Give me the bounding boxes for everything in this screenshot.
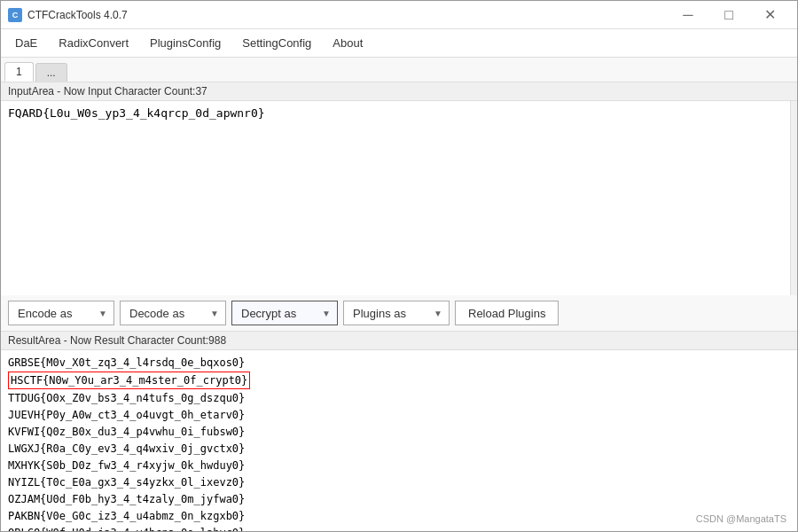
plugins-dropdown-wrapper: Plugins as ▼ bbox=[343, 301, 450, 325]
result-item-10: QBLCO{W0f_H0d_ja3_4_v4bcna_0o_lahyc0} bbox=[8, 526, 245, 531]
encode-dropdown[interactable]: Encode as bbox=[8, 301, 114, 325]
result-item-9: PAKBN{V0e_G0c_iz3_4_u4abmz_0n_kzgxb0} bbox=[8, 509, 245, 523]
reload-plugins-button[interactable]: Reload Plugins bbox=[455, 301, 559, 325]
close-button[interactable]: ✕ bbox=[749, 1, 790, 29]
result-row-4: KVFWI{Q0z_B0x_du3_4_p4vwhu_0i_fubsw0} bbox=[8, 424, 790, 440]
result-row-1: HSCTF{N0w_Y0u_ar3_4_m4ster_0f_crypt0} bbox=[8, 372, 790, 389]
plugins-dropdown[interactable]: Plugins as bbox=[343, 301, 450, 325]
input-textarea[interactable] bbox=[1, 101, 790, 295]
result-item-3: JUEVH{P0y_A0w_ct3_4_o4uvgt_0h_etarv0} bbox=[8, 408, 245, 422]
input-area-content bbox=[1, 101, 797, 295]
maximize-button[interactable]: □ bbox=[708, 1, 749, 29]
title-controls: ─ □ ✕ bbox=[668, 1, 790, 29]
minimize-button[interactable]: ─ bbox=[668, 1, 708, 29]
result-item-6: MXHYK{S0b_D0z_fw3_4_r4xyjw_0k_hwduy0} bbox=[8, 458, 245, 473]
toolbar: Encode as ▼ Decode as ▼ Decrypt as ▼ Plu… bbox=[1, 295, 797, 332]
title-bar: C CTFCrackTools 4.0.7 ─ □ ✕ bbox=[1, 1, 797, 29]
menu-radixconvert[interactable]: RadixConvert bbox=[48, 29, 139, 57]
menu-dae[interactable]: DaE bbox=[4, 29, 48, 57]
decode-dropdown-wrapper: Decode as ▼ bbox=[120, 301, 226, 325]
menu-bar: DaE RadixConvert PluginsConfig SettingCo… bbox=[1, 29, 797, 58]
result-row-10: QBLCO{W0f_H0d_ja3_4_v4bcna_0o_lahyc0} bbox=[8, 525, 790, 531]
main-window: C CTFCrackTools 4.0.7 ─ □ ✕ DaE RadixCon… bbox=[0, 0, 798, 532]
result-row-2: TTDUG{O0x_Z0v_bs3_4_n4tufs_0g_dszqu0} bbox=[8, 390, 790, 406]
result-list: GRBSE{M0v_X0t_zq3_4_l4rsdq_0e_bqxos0} HS… bbox=[1, 350, 797, 531]
result-row-7: NYIZL{T0c_E0a_gx3_4_s4yzkx_0l_ixevz0} bbox=[8, 474, 790, 490]
tab-1[interactable]: 1 bbox=[4, 62, 34, 82]
encode-dropdown-wrapper: Encode as ▼ bbox=[8, 301, 114, 325]
menu-about[interactable]: About bbox=[322, 29, 373, 57]
result-row-8: OZJAM{U0d_F0b_hy3_4_t4zaly_0m_jyfwa0} bbox=[8, 491, 790, 507]
app-icon: C bbox=[8, 8, 22, 22]
result-item-0: GRBSE{M0v_X0t_zq3_4_l4rsdq_0e_bqxos0} bbox=[8, 356, 245, 370]
decrypt-dropdown-wrapper: Decrypt as ▼ bbox=[231, 301, 338, 325]
input-area-label: InputArea - Now Input Character Count:37 bbox=[1, 82, 797, 101]
decrypt-dropdown[interactable]: Decrypt as bbox=[231, 301, 338, 325]
result-row-9: PAKBN{V0e_G0c_iz3_4_u4abmz_0n_kzgxb0} bbox=[8, 508, 790, 524]
window-title: CTFCrackTools 4.0.7 bbox=[27, 9, 668, 21]
result-item-5: LWGXJ{R0a_C0y_ev3_4_q4wxiv_0j_gvctx0} bbox=[8, 442, 245, 456]
result-row-5: LWGXJ{R0a_C0y_ev3_4_q4wxiv_0j_gvctx0} bbox=[8, 441, 790, 457]
result-row-6: MXHYK{S0b_D0z_fw3_4_r4xyjw_0k_hwduy0} bbox=[8, 458, 790, 473]
menu-pluginsconfig[interactable]: PluginsConfig bbox=[139, 29, 231, 57]
result-item-4: KVFWI{Q0z_B0x_du3_4_p4vwhu_0i_fubsw0} bbox=[8, 425, 245, 439]
input-scroll bbox=[790, 101, 797, 295]
result-section: ResultArea - Now Result Character Count:… bbox=[1, 332, 797, 531]
tab-more[interactable]: ... bbox=[35, 63, 67, 82]
result-area-label: ResultArea - Now Result Character Count:… bbox=[1, 332, 797, 350]
tab-bar: 1 ... bbox=[1, 58, 797, 82]
result-item-7: NYIZL{T0c_E0a_gx3_4_s4yzkx_0l_ixevz0} bbox=[8, 475, 245, 489]
watermark: CSDN @MangataTS bbox=[696, 513, 786, 524]
input-section: InputArea - Now Input Character Count:37 bbox=[1, 82, 797, 295]
result-row-3: JUEVH{P0y_A0w_ct3_4_o4uvgt_0h_etarv0} bbox=[8, 407, 790, 423]
app-icon-text: C bbox=[12, 11, 19, 20]
result-item-1: HSCTF{N0w_Y0u_ar3_4_m4ster_0f_crypt0} bbox=[8, 372, 250, 389]
decode-dropdown[interactable]: Decode as bbox=[120, 301, 226, 325]
main-content: InputArea - Now Input Character Count:37… bbox=[1, 82, 797, 531]
result-item-8: OZJAM{U0d_F0b_hy3_4_t4zaly_0m_jyfwa0} bbox=[8, 492, 245, 506]
menu-settingconfig[interactable]: SettingConfig bbox=[231, 29, 322, 57]
result-row-0: GRBSE{M0v_X0t_zq3_4_l4rsdq_0e_bqxos0} bbox=[8, 355, 790, 371]
result-item-2: TTDUG{O0x_Z0v_bs3_4_n4tufs_0g_dszqu0} bbox=[8, 391, 245, 405]
